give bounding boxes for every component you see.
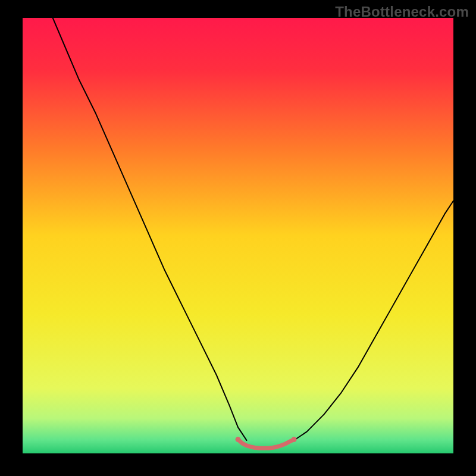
chart-svg — [23, 18, 453, 453]
marker-floor-end-right — [292, 437, 297, 442]
bottleneck-chart — [23, 18, 453, 453]
chart-frame: TheBottleneck.com — [0, 0, 476, 476]
chart-background — [23, 18, 453, 453]
marker-floor-end-left — [236, 437, 241, 442]
